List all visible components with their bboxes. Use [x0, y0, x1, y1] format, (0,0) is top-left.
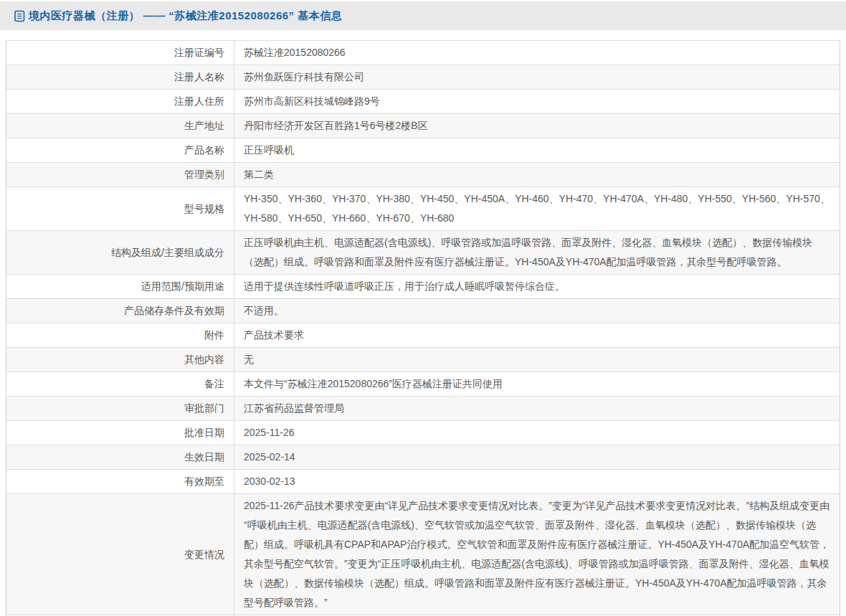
row-value: 正压呼吸机由主机、电源适配器(含电源线)、呼吸管路或加温呼吸管路、面罩及附件、湿…: [234, 231, 840, 275]
row-value: 2030-02-13: [234, 470, 840, 494]
row-value: 苏械注准20152080266: [234, 41, 840, 65]
table-row: 批准日期2025-11-26: [6, 421, 840, 445]
row-label: 备注: [6, 372, 234, 397]
row-value: 2025-02-14: [234, 445, 840, 470]
row-value: 不适用。: [234, 299, 840, 323]
page-header: 境内医疗器械（注册） —— “苏械注准20152080266” 基本信息: [0, 1, 846, 30]
row-label: 有效期至: [6, 470, 234, 494]
row-value: 本文件与“苏械注准20152080266”医疗器械注册证共同使用: [234, 372, 840, 397]
table-row: 附件产品技术要求: [6, 323, 840, 348]
row-label: 审批部门: [6, 397, 234, 421]
row-label: 结构及组成/主要组成成分: [6, 231, 234, 275]
row-label: 注册证编号: [6, 41, 234, 65]
row-label: 其他内容: [6, 348, 234, 372]
table-row: 注册证编号苏械注准20152080266: [6, 41, 840, 65]
row-value: 适用于提供连续性呼吸道呼吸正压，用于治疗成人睡眠呼吸暂停综合症。: [234, 275, 840, 299]
row-label: 管理类别: [6, 163, 234, 187]
table-row: 注册人名称苏州鱼跃医疗科技有限公司: [6, 65, 840, 90]
row-value: 第二类: [234, 163, 840, 187]
row-label: 型号规格: [6, 187, 234, 231]
row-label: 附件: [6, 323, 234, 348]
table-row: 管理类别第二类: [6, 163, 840, 187]
row-value: 产品技术要求: [234, 323, 840, 348]
table-row: 其他内容无: [6, 348, 840, 372]
row-label: 批准日期: [6, 421, 234, 445]
row-value: 丹阳市经济开发区百胜路1号6号楼2楼B区: [234, 114, 840, 138]
row-label: 生效日期: [6, 445, 234, 470]
row-value: 江苏省药品监督管理局: [234, 397, 840, 421]
row-value: 苏州市高新区科技城锦峰路9号: [234, 90, 840, 114]
table-row: 有效期至2030-02-13: [6, 470, 840, 494]
table-row: 审批部门江苏省药品监督管理局: [6, 397, 840, 421]
row-label: 适用范围/预期用途: [6, 275, 234, 299]
page-title: 境内医疗器械（注册） —— “苏械注准20152080266” 基本信息: [29, 9, 342, 23]
registration-info-table: 注册证编号苏械注准20152080266注册人名称苏州鱼跃医疗科技有限公司注册人…: [6, 40, 840, 616]
table-row: 生效日期2025-02-14: [6, 445, 840, 470]
document-icon: [14, 10, 25, 22]
table-row: 型号规格YH-350、YH-360、YH-370、YH-380、YH-450、Y…: [6, 187, 840, 231]
row-value: 正压呼吸机: [234, 138, 840, 163]
registration-info-section: 注册证编号苏械注准20152080266注册人名称苏州鱼跃医疗科技有限公司注册人…: [0, 30, 846, 616]
table-row: 生产地址丹阳市经济开发区百胜路1号6号楼2楼B区: [6, 114, 840, 138]
row-label: 产品储存条件及有效期: [6, 299, 234, 323]
row-label: 注册人名称: [6, 65, 234, 90]
row-label: 注册人住所: [6, 90, 234, 114]
row-value: 2025-11-26: [234, 421, 840, 445]
table-row: 备注本文件与“苏械注准20152080266”医疗器械注册证共同使用: [6, 372, 840, 397]
table-row: 适用范围/预期用途适用于提供连续性呼吸道呼吸正压，用于治疗成人睡眠呼吸暂停综合症…: [6, 275, 840, 299]
row-value: 2025-11-26产品技术要求变更由“详见产品技术要求变更情况对比表。”变更为…: [234, 494, 840, 615]
row-value: YH-350、YH-360、YH-370、YH-380、YH-450、YH-45…: [234, 187, 840, 231]
table-row: 产品名称正压呼吸机: [6, 138, 840, 163]
table-row: 变更情况2025-11-26产品技术要求变更由“详见产品技术要求变更情况对比表。…: [6, 494, 840, 615]
table-row: 注册人住所苏州市高新区科技城锦峰路9号: [6, 90, 840, 114]
row-label: 产品名称: [6, 138, 234, 163]
table-row: 产品储存条件及有效期不适用。: [6, 299, 840, 323]
row-label: 变更情况: [6, 494, 234, 615]
row-label: 生产地址: [6, 114, 234, 138]
row-value: 无: [234, 348, 840, 372]
row-value: 苏州鱼跃医疗科技有限公司: [234, 65, 840, 90]
table-row: 结构及组成/主要组成成分正压呼吸机由主机、电源适配器(含电源线)、呼吸管路或加温…: [6, 231, 840, 275]
